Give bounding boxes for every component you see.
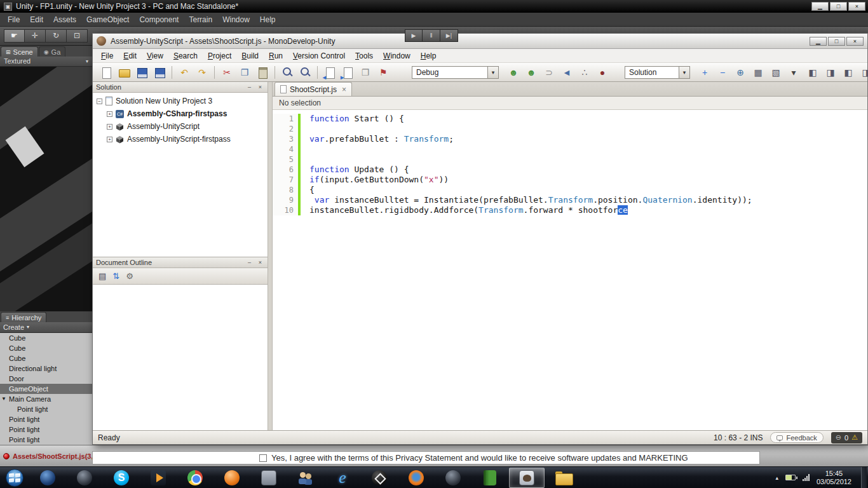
hierarchy-item[interactable]: ▼Main Camera — [0, 394, 92, 404]
md-maximize-button[interactable]: □ — [828, 37, 845, 46]
step-button[interactable]: ▶| — [440, 29, 458, 42]
unity-menu-gameobject[interactable]: GameObject — [81, 13, 134, 26]
panel-minimize-button[interactable]: ‒ — [245, 259, 254, 267]
paperclip-icon[interactable]: ⊃ — [541, 65, 557, 80]
search-icon[interactable] — [279, 65, 295, 80]
remove-item-icon[interactable]: − — [714, 65, 731, 80]
find-replace-icon[interactable] — [297, 65, 313, 80]
nav-back-doc-icon[interactable]: ◂ — [322, 65, 338, 80]
tray-expand-icon[interactable]: ▴ — [775, 475, 778, 481]
hierarchy-item[interactable]: GameObject — [0, 384, 92, 394]
taskbar-chrome[interactable] — [177, 468, 213, 488]
scale-tool[interactable]: ⊡ — [67, 29, 88, 43]
unity-maximize-button[interactable]: □ — [830, 2, 847, 11]
bookmark-icon[interactable]: ⚑ — [375, 65, 391, 80]
open-docs-icon[interactable]: ❐ — [357, 65, 374, 80]
code-editor[interactable]: 1function Start () {23var.prefabBullet :… — [273, 110, 867, 430]
hand-tool[interactable]: ☛ — [4, 29, 25, 43]
tab-hierarchy[interactable]: ≡ Hierarchy — [1, 312, 46, 322]
taskbar-firefox[interactable] — [398, 468, 434, 488]
show-desktop-button[interactable] — [861, 467, 867, 488]
layout-icon[interactable]: ▧ — [768, 65, 784, 80]
taskbar-monodevelop[interactable] — [509, 468, 545, 488]
member-path-bar[interactable]: No selection — [273, 97, 867, 110]
taskbar-explorer[interactable] — [546, 468, 581, 488]
unity-minimize-button[interactable]: ▁ — [811, 2, 829, 11]
md-menu-search[interactable]: Search — [168, 50, 203, 62]
tab-game[interactable]: ◉ Ga — [39, 46, 66, 57]
undo-icon[interactable]: ↶ — [176, 65, 193, 80]
md-menu-window[interactable]: Window — [378, 50, 416, 62]
dock-panel-right-icon[interactable]: ◨ — [822, 65, 839, 80]
hierarchy-item[interactable]: Door — [0, 374, 92, 384]
expand-icon[interactable]: + — [107, 124, 112, 130]
md-menu-tools[interactable]: Tools — [350, 50, 378, 62]
tab-scene[interactable]: ⊞ Scene — [1, 46, 38, 57]
md-menu-help[interactable]: Help — [416, 50, 442, 62]
save-all-icon[interactable] — [151, 65, 168, 80]
save-icon[interactable] — [133, 65, 150, 80]
chevron-down-icon[interactable]: ▾ — [488, 66, 499, 79]
md-menu-version-control[interactable]: Version Control — [288, 50, 350, 62]
tab-close-icon[interactable]: × — [342, 85, 346, 94]
stop-icon[interactable]: ● — [594, 65, 611, 80]
hierarchy-item[interactable]: Point light — [0, 404, 92, 414]
scene-viewport[interactable] — [0, 67, 92, 311]
move-tool[interactable]: ✛ — [25, 29, 46, 43]
privacy-agree-checkbox[interactable] — [259, 454, 267, 462]
taskbar-contacts[interactable] — [288, 468, 323, 488]
taskbar-notes[interactable] — [472, 468, 508, 488]
sort-alpha-icon[interactable]: ⇅ — [112, 271, 119, 281]
pause-button[interactable]: ‖ — [423, 29, 440, 42]
tab-shootscript[interactable]: ShootScript.js × — [275, 82, 352, 96]
md-menu-build[interactable]: Build — [236, 50, 264, 62]
cut-icon[interactable]: ✂ — [219, 65, 235, 80]
md-menu-edit[interactable]: Edit — [118, 50, 142, 62]
panel-close-button[interactable]: × — [256, 259, 264, 267]
target-icon[interactable]: ⊕ — [732, 65, 749, 80]
expand-arrow-icon[interactable]: ▼ — [1, 394, 6, 404]
md-menu-view[interactable]: View — [142, 50, 168, 62]
expand-icon[interactable]: + — [107, 111, 112, 117]
solution-combo[interactable]: Solution▾ — [625, 66, 690, 79]
unity-menu-assets[interactable]: Assets — [48, 13, 81, 26]
project-item[interactable]: +C#Assembly-CSharp-firstpass — [93, 107, 268, 120]
notebook-icon[interactable]: ▦ — [750, 65, 766, 80]
taskbar-skype[interactable]: S — [104, 468, 139, 488]
unity-menu-terrain[interactable]: Terrain — [184, 13, 217, 26]
add-item-icon[interactable]: + — [696, 65, 713, 80]
taskbar-app-blue-orb[interactable] — [30, 468, 65, 488]
taskbar-internet-explorer[interactable]: e — [325, 468, 360, 488]
unity-menu-file[interactable]: File — [3, 13, 25, 26]
nav-forward-doc-icon[interactable]: ▸ — [339, 65, 356, 80]
expand-icon[interactable]: + — [107, 137, 112, 142]
dock-bottom-left-icon[interactable]: ◧ — [840, 65, 857, 80]
feedback-button[interactable]: Feedback — [770, 432, 823, 443]
code-line[interactable]: 9 var instanceBulltet = Instantiate(pref… — [273, 195, 867, 205]
dock-splitter[interactable] — [268, 82, 273, 430]
unity-menu-edit[interactable]: Edit — [25, 13, 48, 26]
collapse-expander-icon[interactable]: − — [97, 98, 102, 104]
draw-mode-dropdown[interactable]: Textured ▾ — [0, 57, 92, 67]
hierarchy-item[interactable]: Cube — [0, 353, 92, 363]
new-file-icon[interactable] — [98, 65, 114, 80]
debug-icon[interactable]: ∴ — [576, 65, 593, 80]
taskbar-app-dark-orb[interactable] — [67, 468, 102, 488]
md-close-button[interactable]: × — [846, 37, 864, 46]
code-line[interactable]: 3var.prefabBullet : Transform; — [273, 134, 867, 144]
md-menu-file[interactable]: File — [96, 50, 118, 62]
solution-root-item[interactable]: − Solution New Unity Project 3 — [93, 95, 268, 107]
network-signal-icon[interactable] — [803, 474, 810, 481]
code-line[interactable]: 2 — [273, 124, 867, 134]
project-item[interactable]: +Assembly-UnityScript — [93, 120, 268, 133]
open-file-icon[interactable] — [116, 65, 132, 80]
taskbar-unity[interactable] — [362, 468, 397, 488]
project-item[interactable]: +Assembly-UnityScript-firstpass — [93, 133, 268, 146]
md-menu-project[interactable]: Project — [203, 50, 236, 62]
hierarchy-item[interactable]: Point light — [0, 414, 92, 424]
redo-icon[interactable]: ↷ — [194, 65, 210, 80]
attach-unity-icon[interactable]: ☻ — [505, 65, 522, 80]
code-line[interactable]: 8{ — [273, 185, 867, 195]
layout-dropdown-icon[interactable]: ▾ — [785, 65, 802, 80]
hierarchy-item[interactable]: Cube — [0, 333, 92, 343]
